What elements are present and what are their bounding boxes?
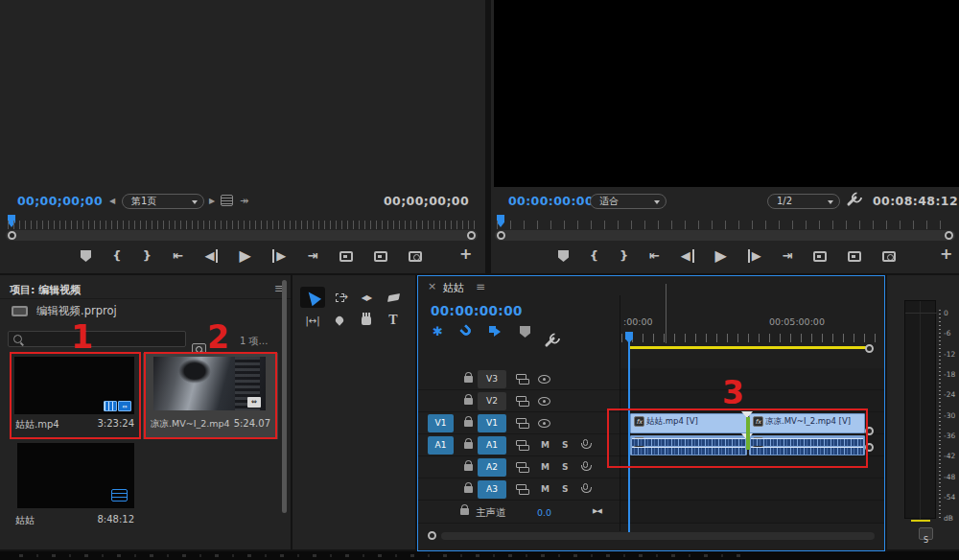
program-ruler[interactable]	[497, 221, 953, 229]
close-icon[interactable]: ×	[428, 280, 436, 292]
lock-icon[interactable]	[464, 486, 473, 493]
panel-menu-icon[interactable]: ≡	[476, 280, 485, 293]
lane-a3[interactable]	[620, 478, 884, 501]
add-marker-icon[interactable]	[81, 250, 91, 262]
mark-out-icon[interactable]: }	[143, 249, 152, 263]
voiceover-mic-icon[interactable]	[583, 439, 588, 446]
solo-button[interactable]: S	[562, 462, 568, 472]
track-chip-v2[interactable]: V2	[478, 392, 506, 410]
insert-icon[interactable]	[339, 251, 353, 262]
list-item[interactable]: 姑姑 8:48:12	[12, 441, 137, 529]
solo-button[interactable]: S	[562, 484, 568, 494]
skip-icon[interactable]: ↠	[240, 195, 248, 207]
lock-icon[interactable]	[460, 508, 469, 515]
add-marker-icon[interactable]	[520, 326, 530, 338]
step-forward-icon[interactable]: ▶	[748, 249, 761, 263]
program-timecode[interactable]: 00:00:00:00	[508, 194, 594, 208]
go-to-in-icon[interactable]: ⇤	[173, 249, 183, 263]
type-tool[interactable]: T	[381, 310, 406, 331]
source-timecode[interactable]: 00;00;00;00	[17, 194, 103, 208]
sync-lock-icon[interactable]	[516, 374, 527, 385]
sync-lock-icon[interactable]	[516, 440, 527, 451]
add-marker-icon[interactable]	[558, 250, 569, 262]
program-scrollbar[interactable]	[495, 230, 955, 241]
step-back-icon[interactable]: ◀	[681, 249, 694, 263]
button-editor-icon[interactable]: +	[459, 247, 472, 261]
lock-icon[interactable]	[464, 464, 473, 471]
work-area-bar[interactable]	[628, 346, 872, 349]
track-chip-a1[interactable]: A1	[478, 436, 506, 455]
master-level-value[interactable]: 0.0	[537, 507, 551, 518]
play-icon[interactable]: ▶	[240, 249, 251, 263]
sync-lock-icon[interactable]	[516, 462, 527, 473]
mark-in-icon[interactable]: {	[112, 249, 121, 263]
track-chip-a2[interactable]: A2	[478, 458, 506, 477]
program-scroll-handle-right[interactable]	[945, 231, 953, 240]
timeline-hscrollbar[interactable]	[441, 532, 875, 540]
lock-icon[interactable]	[464, 442, 473, 449]
source-scroll-handle-right[interactable]	[467, 231, 476, 240]
search-input[interactable]	[8, 331, 186, 347]
hand-tool[interactable]	[354, 310, 379, 331]
zoom-handle-right[interactable]	[865, 344, 874, 353]
lock-icon[interactable]	[464, 420, 473, 427]
next-page-icon[interactable]: ▶	[209, 197, 215, 205]
project-panel-title[interactable]: 项目: 编辑视频	[10, 283, 81, 297]
button-editor-icon[interactable]: +	[940, 247, 952, 261]
mute-button[interactable]: M	[541, 484, 550, 494]
source-patch-v1[interactable]: V1	[428, 414, 454, 432]
sync-lock-icon[interactable]	[516, 484, 527, 495]
page-selector[interactable]: 第1页	[122, 194, 204, 209]
lane-v3[interactable]	[620, 368, 884, 390]
program-scroll-handle-left[interactable]	[497, 231, 505, 240]
sync-lock-icon[interactable]	[516, 396, 527, 407]
source-scrollbar[interactable]	[6, 230, 478, 241]
source-patch-a1[interactable]: A1	[428, 436, 454, 455]
step-back-icon[interactable]: ◀	[204, 249, 218, 263]
track-output-eye-icon[interactable]	[538, 375, 550, 384]
source-scroll-handle-left[interactable]	[8, 231, 16, 240]
lock-icon[interactable]	[464, 376, 473, 383]
fit-selector[interactable]: 适合	[590, 194, 667, 209]
source-ruler[interactable]	[8, 221, 478, 229]
mark-out-icon[interactable]: }	[620, 249, 628, 263]
go-to-out-icon[interactable]: ⇥	[307, 249, 317, 263]
razor-tool[interactable]	[381, 287, 406, 308]
timeline-settings-icon[interactable]	[545, 337, 555, 347]
linked-selection-icon[interactable]	[489, 326, 501, 337]
project-scrollbar[interactable]	[282, 280, 287, 513]
go-to-out-icon[interactable]: ⇥	[783, 249, 793, 263]
thumbnail-view-icon[interactable]	[221, 195, 233, 206]
timeline-ruler[interactable]	[621, 334, 878, 342]
mute-button[interactable]: M	[541, 462, 550, 472]
track-chip-a3[interactable]: A3	[478, 480, 506, 499]
export-frame-icon[interactable]	[882, 251, 896, 262]
track-chip-v1[interactable]: V1	[478, 414, 506, 432]
pen-tool[interactable]	[327, 310, 352, 331]
meter-solo-button[interactable]: S	[919, 527, 933, 540]
mark-in-icon[interactable]: {	[590, 249, 598, 263]
mute-button[interactable]: M	[541, 440, 550, 450]
voiceover-mic-icon[interactable]	[583, 461, 588, 468]
ripple-edit-tool[interactable]: ◀▶	[354, 287, 379, 308]
export-frame-icon[interactable]	[409, 251, 422, 262]
lock-icon[interactable]	[464, 398, 473, 405]
solo-button[interactable]: S	[562, 440, 568, 450]
track-select-tool[interactable]	[327, 287, 352, 308]
lift-icon[interactable]	[813, 251, 827, 262]
timeline-hscroll-handle[interactable]	[428, 531, 436, 540]
timeline-timecode[interactable]: 00:00:00:00	[431, 303, 523, 318]
project-file-name[interactable]: 编辑视频.prproj	[36, 304, 117, 318]
lane-master[interactable]	[620, 501, 884, 524]
play-icon[interactable]: ▶	[715, 249, 727, 263]
sync-lock-icon[interactable]	[516, 418, 527, 429]
go-to-in-icon[interactable]: ⇤	[649, 249, 660, 263]
slip-tool[interactable]: |↔|	[300, 310, 325, 331]
step-forward-icon[interactable]: ▶	[272, 249, 286, 263]
track-output-eye-icon[interactable]	[538, 397, 550, 406]
bowtie-icon[interactable]: ▶◀	[593, 507, 601, 515]
selection-tool[interactable]	[300, 287, 325, 308]
resolution-selector[interactable]: 1/2	[767, 194, 840, 209]
overwrite-icon[interactable]	[374, 251, 387, 262]
timeline-tab[interactable]: 姑姑	[443, 281, 464, 295]
